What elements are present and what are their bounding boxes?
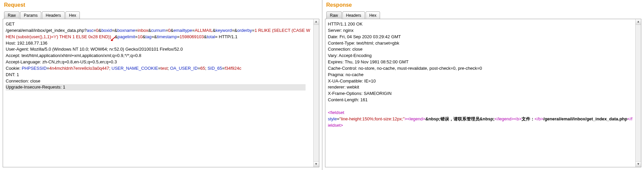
header-host: Host: 192.168.77.136 bbox=[6, 41, 47, 46]
response-content[interactable]: HTTP/1.1 200 OK Server: nginx Date: Fri,… bbox=[325, 19, 642, 167]
tab-params[interactable]: Params bbox=[20, 11, 41, 19]
request-path: /general/email/inbox/get_index_data.php bbox=[6, 28, 84, 33]
tab-hex[interactable]: Hex bbox=[65, 11, 80, 19]
tab-headers[interactable]: Headers bbox=[342, 11, 365, 19]
request-method: GET bbox=[6, 21, 15, 26]
response-panel: Response Raw Headers Hex HTTP/1.1 200 OK… bbox=[322, 0, 644, 170]
header-dnt: DNT: 1 bbox=[6, 72, 19, 77]
tab-raw[interactable]: Raw bbox=[4, 11, 19, 19]
request-text[interactable]: GET /general/email/inbox/get_index_data.… bbox=[6, 21, 311, 91]
scroll-down-icon[interactable]: ▼ bbox=[314, 161, 319, 167]
request-tabs: Raw Params Headers Hex bbox=[3, 10, 319, 19]
request-scrollbar[interactable]: ▲ ▼ bbox=[313, 19, 319, 167]
cookie-label: Cookie: bbox=[6, 66, 22, 71]
header-accept-lang: Accept-Language: zh-CN,zh;q=0.8,en-US;q=… bbox=[6, 59, 117, 64]
tab-hex[interactable]: Hex bbox=[366, 11, 380, 19]
response-text[interactable]: HTTP/1.1 200 OK Server: nginx Date: Fri,… bbox=[328, 21, 633, 128]
tab-raw[interactable]: Raw bbox=[326, 11, 342, 19]
arrow-annotation-icon bbox=[111, 34, 115, 40]
scroll-up-icon[interactable]: ▲ bbox=[314, 19, 319, 25]
response-tabs: Raw Headers Hex bbox=[325, 10, 642, 19]
request-content[interactable]: GET /general/email/inbox/get_index_data.… bbox=[3, 19, 319, 167]
response-body: <fieldsetstyle="line-height:150%;font-si… bbox=[328, 110, 633, 128]
request-title: Request bbox=[4, 2, 319, 8]
header-uir: Upgrade-Insecure-Requests: 1 bbox=[6, 84, 306, 91]
header-accept: Accept: text/html,application/xhtml+xml,… bbox=[6, 53, 141, 58]
request-panel: Request Raw Params Headers Hex GET /gene… bbox=[0, 0, 322, 170]
scroll-down-icon[interactable]: ▼ bbox=[636, 161, 641, 167]
response-scrollbar[interactable]: ▲ ▼ bbox=[635, 19, 641, 167]
tab-headers[interactable]: Headers bbox=[42, 11, 64, 19]
header-ua: User-Agent: Mozilla/5.0 (Windows NT 10.0… bbox=[6, 47, 183, 52]
header-conn: Connection: close bbox=[6, 78, 40, 83]
response-status: HTTP/1.1 200 OK bbox=[328, 21, 363, 26]
scroll-up-icon[interactable]: ▲ bbox=[636, 19, 641, 25]
response-title: Response bbox=[326, 2, 642, 8]
